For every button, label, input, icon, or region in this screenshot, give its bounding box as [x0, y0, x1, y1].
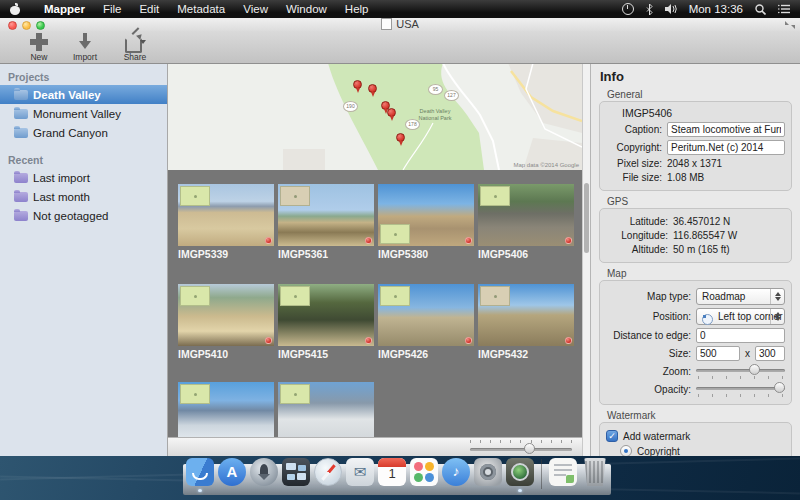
photo-name: IMGP5406	[478, 248, 574, 260]
menu-clock[interactable]: Mon 13:36	[689, 3, 743, 15]
photo-thumbnail[interactable]: IMGP5426	[378, 284, 474, 360]
copyright-radio[interactable]	[620, 445, 632, 456]
file-size-value: 1.08 MB	[667, 172, 704, 183]
mail-icon[interactable]: ✉	[346, 458, 374, 486]
geotag-badge-icon	[465, 237, 472, 244]
slider-knob[interactable]	[774, 382, 785, 393]
general-section-label: General	[607, 89, 793, 100]
import-arrow-icon	[75, 33, 95, 51]
safari-icon[interactable]	[314, 458, 342, 486]
sidebar-item-death-valley[interactable]: Death Valley	[0, 85, 167, 104]
time-machine-icon[interactable]	[622, 3, 634, 15]
calendar-icon[interactable]: 1	[378, 458, 406, 486]
itunes-icon[interactable]: ♪	[442, 458, 470, 486]
system-preferences-icon[interactable]	[474, 458, 502, 486]
general-groupbox: IMGP5406 Caption: Copyright: Pixel size:…	[599, 101, 792, 191]
sidebar-item-not-geotagged[interactable]: Not geotagged	[0, 206, 167, 225]
add-watermark-checkbox[interactable]: ✓	[606, 430, 618, 442]
slider-knob[interactable]	[749, 364, 760, 375]
menu-file[interactable]: File	[94, 0, 131, 18]
photo-thumbnail[interactable]: IMGP5339	[178, 184, 274, 260]
stepper-arrows-icon	[770, 289, 784, 304]
longitude-value: 116.865547 W	[673, 230, 737, 241]
folder-icon	[14, 192, 28, 202]
stepper-arrows-icon	[770, 309, 784, 324]
file-size-label: File size:	[606, 172, 662, 183]
bluetooth-icon[interactable]	[646, 4, 653, 15]
app-store-icon[interactable]: A	[218, 458, 246, 486]
watermark-preview	[280, 286, 310, 306]
menu-help[interactable]: Help	[336, 0, 378, 18]
photo-thumbnail[interactable]: IMGP5415	[278, 284, 374, 360]
photo-name: IMGP5410	[178, 348, 274, 360]
watermark-preview	[180, 384, 210, 404]
spotlight-icon[interactable]	[755, 4, 766, 15]
size-height-input[interactable]	[755, 346, 785, 361]
photos-icon[interactable]	[410, 458, 438, 486]
menu-view[interactable]: View	[234, 0, 277, 18]
photo-thumbnail[interactable]: IMGP5406	[478, 184, 574, 260]
copyright-input[interactable]	[667, 140, 785, 155]
menu-app-name[interactable]: Mapper	[35, 0, 94, 18]
folder-icon	[14, 173, 28, 183]
grid-scrollbar[interactable]	[582, 63, 590, 456]
map-pin[interactable]	[387, 108, 396, 117]
folder-icon	[14, 90, 28, 100]
watermark-preview	[280, 186, 310, 206]
volume-icon[interactable]	[665, 4, 677, 14]
photo-thumbnail[interactable]: IMGP5361	[278, 184, 374, 260]
launchpad-icon[interactable]	[250, 458, 278, 486]
route-shield: 95	[428, 84, 443, 95]
geotag-badge-icon	[265, 337, 272, 344]
menu-edit[interactable]: Edit	[130, 0, 168, 18]
scrollbar-thumb[interactable]	[584, 183, 589, 253]
folder-icon	[14, 109, 28, 119]
photo-thumbnail[interactable]: IMGP5380	[378, 184, 474, 260]
sidebar-item-monument-valley[interactable]: Monument Valley	[0, 104, 167, 123]
caption-input[interactable]	[667, 122, 785, 137]
menu-metadata[interactable]: Metadata	[168, 0, 234, 18]
photo-thumbnail[interactable]	[178, 382, 274, 437]
sidebar-item-grand-canyon[interactable]: Grand Canyon	[0, 123, 167, 142]
size-width-input[interactable]	[696, 346, 740, 361]
position-corner-icon	[702, 314, 713, 325]
map-panel[interactable]: Death Valley National Park 95 127 190 17…	[168, 63, 582, 170]
map-pin[interactable]	[353, 80, 362, 89]
sidebar-item-last-month[interactable]: Last month	[0, 187, 167, 206]
sidebar-item-last-import[interactable]: Last import	[0, 168, 167, 187]
mapper-app-icon[interactable]	[506, 458, 534, 486]
notification-center-icon[interactable]	[778, 4, 790, 14]
watermark-preview	[280, 384, 310, 404]
selected-filename: IMGP5406	[622, 107, 785, 119]
new-button[interactable]: New	[16, 33, 62, 62]
caption-label: Caption:	[606, 124, 662, 135]
slider-knob[interactable]	[524, 443, 535, 454]
opacity-slider[interactable]	[696, 382, 785, 397]
distance-to-edge-input[interactable]	[696, 328, 785, 343]
photo-thumbnail[interactable]: IMGP5410	[178, 284, 274, 360]
apple-menu-icon[interactable]	[10, 4, 21, 15]
photo-thumbnail[interactable]: IMGP5432	[478, 284, 574, 360]
share-button[interactable]: Share	[112, 33, 158, 62]
documents-stack-icon[interactable]	[549, 458, 577, 486]
map-pin[interactable]	[396, 133, 405, 142]
zoom-slider[interactable]	[696, 364, 785, 379]
thumbnail-size-slider[interactable]	[470, 440, 572, 455]
map-image[interactable]: Death Valley National Park 95 127 190 17…	[283, 63, 582, 170]
import-button[interactable]: Import	[62, 33, 108, 62]
fullscreen-icon[interactable]	[785, 21, 795, 29]
map-position-dropdown[interactable]: Left top corner	[696, 308, 785, 325]
distance-to-edge-label: Distance to edge:	[606, 330, 691, 341]
photo-thumbnail[interactable]	[278, 382, 374, 437]
trash-icon[interactable]	[581, 458, 609, 486]
menu-window[interactable]: Window	[277, 0, 336, 18]
altitude-label: Altitude:	[606, 244, 668, 255]
window-title-bar[interactable]: USA	[0, 18, 800, 32]
geotag-badge-icon	[265, 237, 272, 244]
mission-control-icon[interactable]	[282, 458, 310, 486]
watermark-preview	[480, 186, 510, 206]
pixel-size-label: Pixel size:	[606, 158, 662, 169]
map-pin[interactable]	[368, 84, 377, 93]
finder-icon[interactable]	[186, 458, 214, 486]
map-type-dropdown[interactable]: Roadmap	[696, 288, 785, 305]
